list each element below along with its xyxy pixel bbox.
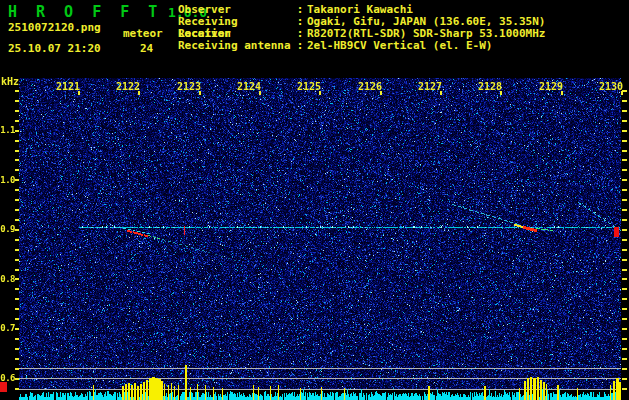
mode-label: meteor <box>123 27 163 40</box>
info-row-antenna: Receiving antenna:2el-HB9CV Vertical (el… <box>178 40 545 52</box>
info-label: Receiving antenna <box>178 40 295 52</box>
info-colon: : <box>295 40 305 52</box>
station-info: Observer:Takanori Kawachi Receiving Loca… <box>178 4 545 52</box>
app-title: H R O F F T <box>8 3 162 21</box>
output-filename: 2510072120.png <box>8 21 101 34</box>
hrofft-window: H R O F F T 1.0.0 2510072120.png meteor … <box>0 0 629 400</box>
info-value: 2el-HB9CV Vertical (el. E-W) <box>307 40 492 52</box>
spectrogram-canvas <box>0 60 629 400</box>
echo-count: 24 <box>140 42 153 55</box>
spectrogram-plot <box>0 60 629 400</box>
datetime-label: 25.10.07 21:20 <box>8 42 101 55</box>
